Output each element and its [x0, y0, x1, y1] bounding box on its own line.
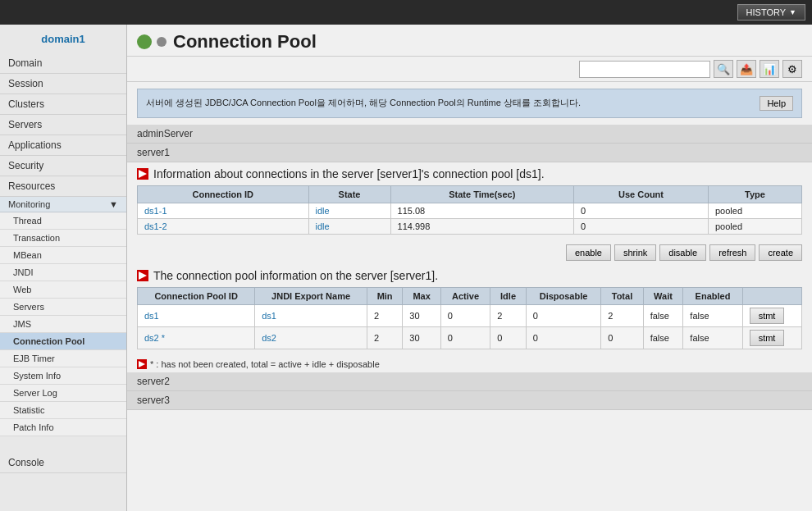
sidebar-item-servers[interactable]: Servers — [0, 115, 126, 135]
conn-id-1[interactable]: ds1-1 — [138, 203, 309, 219]
pool-total-2: 0 — [601, 327, 643, 349]
col-idle: Idle — [490, 288, 526, 305]
col-active: Active — [440, 288, 490, 305]
conn-type-1: pooled — [708, 203, 801, 219]
enable-button[interactable]: enable — [566, 244, 611, 261]
sidebar-item-connection-pool[interactable]: Connection Pool — [0, 333, 126, 350]
note-flag-icon — [137, 359, 147, 369]
sidebar-monitoring-section[interactable]: Monitoring ▼ — [0, 197, 126, 212]
col-use-count: Use Count — [574, 186, 709, 203]
pool-id-2[interactable]: ds2 * — [138, 327, 255, 349]
disable-button[interactable]: disable — [659, 244, 706, 261]
col-wait: Wait — [643, 288, 683, 305]
sidebar-item-thread[interactable]: Thread — [0, 212, 126, 230]
sidebar-item-clusters[interactable]: Clusters — [0, 94, 126, 115]
content-header: Connection Pool — [127, 25, 812, 57]
connection-pool-table: Connection Pool ID JNDI Export Name Min … — [137, 287, 802, 349]
note-text: * : has not been created, total = active… — [150, 359, 380, 369]
pool-active-1: 0 — [440, 305, 490, 327]
sidebar-item-patch-info[interactable]: Patch Info — [0, 419, 126, 436]
sidebar-item-servers-mon[interactable]: Servers — [0, 299, 126, 316]
adminserver-label: adminServer — [137, 128, 193, 139]
col-stmt-action — [742, 288, 801, 305]
pool-active-2: 0 — [440, 327, 490, 349]
history-label: HISTORY — [746, 7, 787, 17]
col-state: State — [308, 186, 390, 203]
sidebar-item-statistic[interactable]: Statistic — [0, 402, 126, 419]
refresh-button[interactable]: refresh — [709, 244, 755, 261]
create-button[interactable]: create — [759, 244, 802, 261]
sidebar-item-applications[interactable]: Applications — [0, 135, 126, 156]
upload-button[interactable]: 📤 — [737, 60, 756, 78]
topbar: HISTORY ▼ — [0, 0, 812, 25]
sidebar-item-console[interactable]: Console — [0, 453, 126, 473]
sidebar-item-domain[interactable]: Domain — [0, 53, 126, 74]
pool-wait-2: false — [643, 327, 683, 349]
pool-min-1: 2 — [367, 305, 402, 327]
server1-label: server1 — [137, 147, 170, 158]
table-row: ds1-2 idle 114.998 0 pooled — [138, 219, 802, 235]
pool-enabled-2: false — [683, 327, 742, 349]
sidebar-domain[interactable]: domain1 — [0, 25, 126, 53]
pool-jndi-1[interactable]: ds1 — [255, 305, 367, 327]
section2-title: The connection pool information on the s… — [153, 269, 438, 282]
col-type: Type — [708, 186, 801, 203]
pool-max-1: 30 — [403, 305, 440, 327]
col-pool-id: Connection Pool ID — [138, 288, 255, 305]
pool-jndi-2[interactable]: ds2 — [255, 327, 367, 349]
section1-header: Information about connections in the ser… — [127, 162, 812, 185]
logo-gray-circle — [157, 37, 167, 47]
col-min: Min — [367, 288, 402, 305]
help-button[interactable]: Help — [760, 96, 793, 111]
search-button[interactable]: 🔍 — [714, 60, 733, 78]
monitoring-arrow-icon: ▼ — [109, 199, 118, 209]
server-row-admin: adminServer — [127, 125, 812, 144]
section2-header: The connection pool information on the s… — [127, 264, 812, 287]
pool-min-2: 2 — [367, 327, 402, 349]
content-area: Connection Pool 🔍 📤 📊 ⚙ 서버에 생성된 JDBC/JCA… — [127, 25, 812, 511]
section1-flag-icon — [137, 168, 148, 180]
sidebar-item-web[interactable]: Web — [0, 281, 126, 299]
description-text: 서버에 생성된 JDBC/JCA Connection Pool을 제어하며, … — [146, 96, 751, 110]
chart-button[interactable]: 📊 — [760, 60, 779, 78]
sidebar-item-security[interactable]: Security — [0, 156, 126, 176]
logo-green-circle — [137, 34, 152, 49]
pool-max-2: 30 — [403, 327, 440, 349]
note-row: * : has not been created, total = active… — [127, 356, 812, 372]
col-jndi: JNDI Export Name — [255, 288, 367, 305]
conn-time-1: 115.08 — [390, 203, 573, 219]
stmt-button-2[interactable]: stmt — [750, 330, 785, 346]
sidebar-item-ejb-timer[interactable]: EJB Timer — [0, 350, 126, 367]
sidebar-item-jms[interactable]: JMS — [0, 316, 126, 333]
shrink-button[interactable]: shrink — [614, 244, 656, 261]
stmt-button-1[interactable]: stmt — [750, 308, 785, 324]
conn-state-2: idle — [308, 219, 390, 235]
conn-id-2[interactable]: ds1-2 — [138, 219, 309, 235]
monitoring-label: Monitoring — [8, 199, 50, 209]
table-row: ds2 * ds2 2 30 0 0 0 0 false false stmt — [138, 327, 802, 349]
sidebar: domain1 Domain Session Clusters Servers … — [0, 25, 127, 511]
connections-table: Connection ID State State Time(sec) Use … — [137, 185, 802, 235]
settings-button[interactable]: ⚙ — [782, 60, 802, 78]
pool-wait-1: false — [643, 305, 683, 327]
server2-label: server2 — [137, 376, 170, 387]
conn-use-1: 0 — [574, 203, 709, 219]
section1-title: Information about connections in the ser… — [153, 167, 545, 180]
server-row-server1: server1 — [127, 144, 812, 162]
sidebar-item-transaction[interactable]: Transaction — [0, 230, 126, 247]
search-input[interactable] — [579, 61, 710, 78]
history-button[interactable]: HISTORY ▼ — [737, 4, 805, 21]
col-total: Total — [601, 288, 643, 305]
sidebar-item-system-info[interactable]: System Info — [0, 367, 126, 385]
sidebar-item-jndi[interactable]: JNDI — [0, 264, 126, 281]
sidebar-item-server-log[interactable]: Server Log — [0, 385, 126, 402]
conn-use-2: 0 — [574, 219, 709, 235]
sidebar-item-mbean[interactable]: MBean — [0, 247, 126, 264]
main-layout: domain1 Domain Session Clusters Servers … — [0, 25, 812, 511]
pool-disposable-2: 0 — [526, 327, 601, 349]
sidebar-item-resources[interactable]: Resources — [0, 176, 126, 197]
sidebar-item-session[interactable]: Session — [0, 74, 126, 94]
pool-idle-1: 2 — [490, 305, 526, 327]
pool-id-1[interactable]: ds1 — [138, 305, 255, 327]
conn-type-2: pooled — [708, 219, 801, 235]
